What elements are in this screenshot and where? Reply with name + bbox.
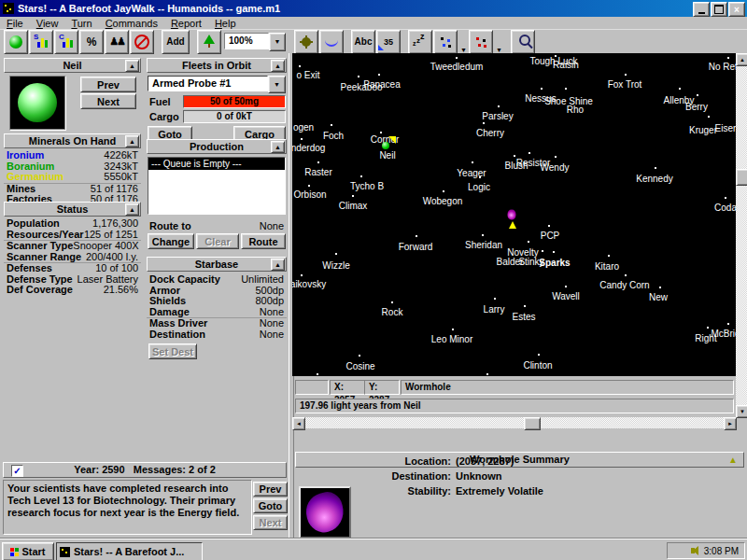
start-button[interactable]: Start [2, 542, 54, 560]
zoom-level-value[interactable]: 100% [224, 33, 269, 49]
chevron-down-icon[interactable]: ▼ [268, 76, 286, 93]
row-scanner-type: Scanner TypeSnooper 400X [4, 240, 141, 252]
planet-image[interactable] [9, 76, 65, 130]
speaker-icon[interactable] [691, 548, 695, 553]
percent-view-button[interactable]: % [79, 30, 104, 54]
collapse-button[interactable]: ▲ [271, 60, 285, 72]
concentration-view-button[interactable]: C [54, 30, 78, 54]
ship-names-button[interactable]: Abc [351, 30, 375, 54]
unnamed-star-dot[interactable] [542, 250, 543, 252]
normal-view-button[interactable] [4, 30, 28, 54]
menu-turn[interactable]: Turn [64, 18, 98, 29]
row-location-: Location:(2057, 2287) [308, 454, 700, 469]
year-label: Year: 2590 [74, 464, 124, 475]
starbase-title: Starbase [195, 259, 238, 270]
fleet-paths-button[interactable] [319, 30, 344, 54]
menu-view[interactable]: View [30, 18, 65, 29]
collapse-button[interactable]: ▲ [271, 141, 285, 153]
unnamed-star-dot[interactable] [317, 373, 318, 375]
enemy-fleets-dropdown[interactable]: ▼ [494, 31, 504, 53]
wormhole-sprite[interactable] [508, 210, 516, 220]
squiggle-path-icon [325, 37, 338, 47]
row-defenses: Defenses10 of 100 [4, 262, 141, 274]
surface-minerals-view-button[interactable]: S [29, 30, 53, 54]
production-panel: Production ▲ --- Queue is Empty --- Rout… [147, 139, 287, 249]
ship-counts-button[interactable]: 35 [376, 30, 401, 54]
fleet-select[interactable]: Armed Probe #1 ▼ [148, 76, 286, 93]
planet-names-button[interactable] [197, 30, 221, 54]
abc-icon: Abc [355, 36, 373, 47]
planet-name-title: Neil [63, 60, 81, 71]
fleet-select-value: Armed Probe #1 [148, 76, 268, 91]
scroll-right-button[interactable]: ► [724, 417, 737, 430]
map-vertical-scrollbar[interactable]: ▲ ▼ [736, 53, 747, 416]
menu-help[interactable]: Help [208, 18, 243, 29]
scroll-left-button[interactable]: ◄ [292, 417, 305, 430]
route-to-label: Route to [149, 220, 191, 231]
production-panel-header: Production ▲ [147, 139, 287, 154]
collapse-button[interactable]: ▲ [125, 60, 139, 72]
task-button-stars[interactable]: Stars! -- A Barefoot J... [56, 542, 203, 560]
unnamed-star-dot[interactable] [486, 373, 488, 375]
fuel-gauge: 50 of 50mg [183, 95, 286, 108]
friendly-fleets-filter-button[interactable] [433, 30, 458, 54]
find-button[interactable] [511, 30, 535, 54]
map-horizontal-scrollbar[interactable]: ◄ ► [292, 417, 737, 428]
route-to-value: None [260, 220, 284, 231]
message-filter-checkbox[interactable]: ✓ [11, 465, 23, 477]
next-planet-button[interactable]: Next [80, 93, 136, 109]
prev-message-button[interactable]: Prev [253, 482, 288, 497]
status-title: Status [57, 203, 89, 215]
menu-file[interactable]: File [0, 18, 30, 29]
no-player-info-button[interactable] [130, 30, 154, 54]
menu-commands[interactable]: Commands [99, 18, 164, 29]
ship-count-icon: 35 [384, 37, 393, 47]
collapse-button[interactable]: ▲ [125, 135, 139, 147]
blue-dots-icon [439, 35, 452, 49]
scroll-up-button[interactable]: ▲ [736, 53, 747, 66]
friendly-fleets-dropdown[interactable]: ▼ [458, 31, 469, 53]
collapse-button[interactable]: ▲ [125, 203, 139, 216]
menu-report[interactable]: Report [164, 18, 208, 29]
maximize-button[interactable] [711, 2, 727, 17]
next-message-button[interactable]: Next [253, 515, 288, 530]
selected-object-box: Wormhole [401, 380, 734, 395]
space-mine-icon [302, 37, 311, 47]
minerals-panel: Minerals On Hand ▲ Ironium4226kTBoranium… [4, 133, 141, 205]
magnifier-icon [519, 35, 530, 46]
set-dest-button[interactable]: Set Dest [148, 343, 197, 359]
messages-count-label: Messages: 2 of 2 [134, 464, 216, 475]
window-title: Stars! -- A Barefoot JayWalk -- Humanoid… [18, 3, 280, 14]
production-queue-list[interactable]: --- Queue is Empty --- [148, 157, 286, 215]
change-production-button[interactable]: Change [148, 233, 194, 249]
row-ironium: Ironium4226kT [4, 150, 141, 161]
goto-message-button[interactable]: Goto [253, 498, 288, 513]
idle-fleets-button[interactable]: zzz [408, 30, 432, 54]
queue-empty-item[interactable]: --- Queue is Empty --- [148, 158, 285, 170]
minimize-button[interactable] [693, 2, 710, 17]
row-stability-: Stability:Extremely Volatile [308, 483, 700, 498]
production-title: Production [190, 141, 244, 152]
fleets-title: Fleets in Orbit [182, 60, 251, 71]
population-view-button[interactable]: ♟♟ [105, 30, 129, 54]
row-destination-: Destination:Unknown [308, 469, 700, 483]
minerals-rows: Ironium4226kTBoranium3243kTGermanium5550… [4, 148, 141, 205]
route-button[interactable]: Route [241, 233, 286, 249]
scroll-down-button[interactable]: ▼ [736, 405, 747, 418]
add-waypoint-button[interactable]: Add [162, 30, 190, 54]
zoom-dropdown-button[interactable]: ▼ [269, 33, 286, 51]
collapse-button[interactable]: ▲ [271, 259, 285, 271]
selection-arrow-icon [388, 136, 396, 144]
close-button[interactable]: × [728, 2, 745, 17]
starmap[interactable]: o ExitTweedledumPeekabooPanaceaTough Luc… [292, 53, 736, 376]
taskbar: Start Stars! -- A Barefoot J... 3:08 PM [0, 539, 747, 560]
minefields-button[interactable] [294, 30, 318, 54]
collapse-arrow-icon[interactable]: ▲ [728, 453, 738, 467]
vertical-scroll-thumb[interactable] [736, 169, 747, 186]
prev-planet-button[interactable]: Prev [80, 77, 136, 92]
distance-box: 197.96 light years from Neil [295, 399, 734, 413]
starbase-rows: Dock CapacityUnlimitedArmor500dpShields8… [147, 272, 287, 340]
clear-production-button[interactable]: Clear [196, 233, 239, 249]
horizontal-scroll-thumb[interactable] [524, 417, 541, 430]
enemy-fleets-filter-button[interactable] [469, 30, 493, 54]
